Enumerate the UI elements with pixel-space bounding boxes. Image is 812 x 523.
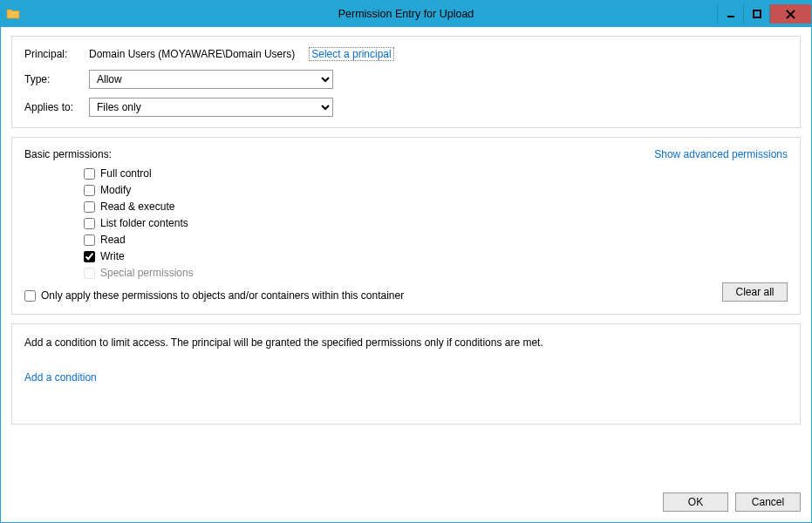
dialog-footer: OK Cancel [11,487,801,512]
permissions-list: Full controlModifyRead & executeList fol… [84,167,788,279]
window-controls [717,4,811,24]
only-apply-label: Only apply these permissions to objects … [41,289,404,302]
show-advanced-link[interactable]: Show advanced permissions [654,148,788,160]
principal-value: Domain Users (MOYAWARE\Domain Users) [89,48,295,60]
permission-checkbox[interactable] [84,168,95,180]
permission-item[interactable]: Modify [84,184,788,196]
condition-description: Add a condition to limit access. The pri… [24,336,788,349]
type-label: Type: [24,73,80,85]
principal-row: Principal: Domain Users (MOYAWARE\Domain… [24,47,788,61]
permission-item[interactable]: Read [84,234,788,246]
applies-label: Applies to: [24,101,80,113]
permission-label: Write [100,250,125,262]
permission-label: Read [100,234,126,246]
permission-label: Full control [100,167,152,180]
permission-entry-window: Permission Entry for Upload Principal: D… [0,0,812,523]
permission-checkbox[interactable] [84,218,95,229]
permissions-header: Basic permissions: Show advanced permiss… [24,148,788,160]
clear-all-button[interactable]: Clear all [722,282,788,302]
window-title: Permission Entry for Upload [1,8,811,20]
permission-checkbox[interactable] [84,201,95,213]
svg-rect-1 [754,10,761,17]
only-apply-checkbox[interactable] [24,290,36,302]
permission-item[interactable]: Read & execute [84,200,788,213]
permission-item[interactable]: List folder contents [84,217,788,229]
add-condition-link[interactable]: Add a condition [24,371,97,384]
type-row: Type: AllowDeny [24,70,788,89]
client-area: Principal: Domain Users (MOYAWARE\Domain… [1,27,811,522]
maximize-button[interactable] [743,4,769,24]
type-select[interactable]: AllowDeny [89,70,333,89]
svg-rect-0 [727,16,734,17]
basic-permissions-label: Basic permissions: [24,148,112,160]
titlebar: Permission Entry for Upload [1,1,811,27]
permission-checkbox[interactable] [84,251,95,262]
only-apply-row[interactable]: Only apply these permissions to objects … [24,289,788,302]
close-button[interactable] [769,4,811,24]
permission-label: Modify [100,184,131,196]
header-panel: Principal: Domain Users (MOYAWARE\Domain… [11,36,801,128]
applies-row: Applies to: Files only [24,98,788,117]
principal-label: Principal: [24,48,80,60]
folder-icon [6,7,20,21]
ok-button[interactable]: OK [663,492,728,512]
permission-item[interactable]: Write [84,250,788,262]
permission-item[interactable]: Full control [84,167,788,180]
select-principal-link[interactable]: Select a principal [309,47,393,61]
applies-select[interactable]: Files only [89,98,333,117]
permission-checkbox[interactable] [84,234,95,246]
cancel-button[interactable]: Cancel [735,492,801,512]
permission-label: Read & execute [100,200,174,213]
permission-label: Special permissions [100,267,194,279]
minimize-button[interactable] [717,4,743,24]
permission-checkbox [84,268,95,279]
condition-panel: Add a condition to limit access. The pri… [11,323,801,425]
permissions-panel: Basic permissions: Show advanced permiss… [11,137,801,315]
permission-item: Special permissions [84,267,788,279]
permission-checkbox[interactable] [84,185,95,196]
permission-label: List folder contents [100,217,188,229]
